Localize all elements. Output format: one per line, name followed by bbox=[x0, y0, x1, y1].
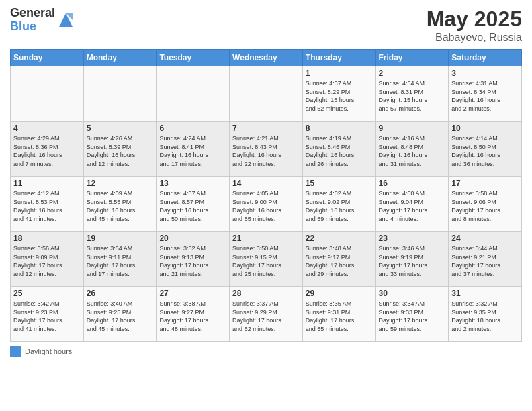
day-info: Sunrise: 4:21 AM Sunset: 8:43 PM Dayligh… bbox=[232, 134, 300, 168]
day-info: Sunrise: 4:05 AM Sunset: 9:00 PM Dayligh… bbox=[232, 189, 300, 223]
calendar-header-row: SundayMondayTuesdayWednesdayThursdayFrid… bbox=[11, 50, 522, 66]
week-row-4: 18Sunrise: 3:56 AM Sunset: 9:09 PM Dayli… bbox=[11, 232, 522, 287]
day-cell-1: 1Sunrise: 4:37 AM Sunset: 8:29 PM Daylig… bbox=[302, 66, 375, 122]
header: General Blue May 2025 Babayevo, Russia bbox=[10, 7, 522, 44]
day-info: Sunrise: 4:16 AM Sunset: 8:48 PM Dayligh… bbox=[379, 134, 446, 168]
legend-label: Daylight hours bbox=[25, 347, 72, 355]
day-number: 31 bbox=[451, 289, 519, 298]
day-info: Sunrise: 3:35 AM Sunset: 9:31 PM Dayligh… bbox=[306, 300, 373, 333]
day-number: 22 bbox=[306, 234, 373, 243]
day-cell-empty bbox=[83, 66, 157, 122]
logo-icon bbox=[56, 11, 75, 30]
day-number: 10 bbox=[451, 124, 519, 133]
day-cell-13: 13Sunrise: 4:07 AM Sunset: 8:57 PM Dayli… bbox=[157, 177, 230, 232]
day-info: Sunrise: 3:42 AM Sunset: 9:23 PM Dayligh… bbox=[13, 300, 81, 333]
day-info: Sunrise: 4:14 AM Sunset: 8:50 PM Dayligh… bbox=[451, 134, 519, 168]
page: General Blue May 2025 Babayevo, Russia S… bbox=[0, 0, 532, 411]
day-cell-11: 11Sunrise: 4:12 AM Sunset: 8:53 PM Dayli… bbox=[11, 177, 84, 232]
day-cell-21: 21Sunrise: 3:50 AM Sunset: 9:15 PM Dayli… bbox=[230, 232, 303, 287]
day-cell-29: 29Sunrise: 3:35 AM Sunset: 9:31 PM Dayli… bbox=[302, 287, 375, 342]
day-info: Sunrise: 3:54 AM Sunset: 9:11 PM Dayligh… bbox=[87, 244, 154, 278]
day-info: Sunrise: 4:34 AM Sunset: 8:31 PM Dayligh… bbox=[379, 79, 446, 113]
day-cell-20: 20Sunrise: 3:52 AM Sunset: 9:13 PM Dayli… bbox=[157, 232, 230, 287]
day-info: Sunrise: 3:37 AM Sunset: 9:29 PM Dayligh… bbox=[232, 300, 300, 333]
day-number: 13 bbox=[159, 179, 226, 188]
day-number: 27 bbox=[159, 289, 226, 298]
day-cell-19: 19Sunrise: 3:54 AM Sunset: 9:11 PM Dayli… bbox=[83, 232, 157, 287]
day-cell-23: 23Sunrise: 3:46 AM Sunset: 9:19 PM Dayli… bbox=[375, 232, 449, 287]
day-cell-22: 22Sunrise: 3:48 AM Sunset: 9:17 PM Dayli… bbox=[302, 232, 375, 287]
day-number: 2 bbox=[379, 68, 446, 78]
day-number: 26 bbox=[87, 289, 154, 298]
day-header-sunday: Sunday bbox=[11, 50, 84, 66]
day-number: 7 bbox=[232, 124, 300, 133]
day-cell-24: 24Sunrise: 3:44 AM Sunset: 9:21 PM Dayli… bbox=[449, 232, 522, 287]
day-cell-18: 18Sunrise: 3:56 AM Sunset: 9:09 PM Dayli… bbox=[11, 232, 84, 287]
legend-color-box bbox=[10, 346, 21, 357]
day-cell-10: 10Sunrise: 4:14 AM Sunset: 8:50 PM Dayli… bbox=[449, 122, 522, 177]
day-cell-empty bbox=[157, 66, 230, 122]
day-info: Sunrise: 4:24 AM Sunset: 8:41 PM Dayligh… bbox=[159, 134, 226, 168]
day-info: Sunrise: 4:07 AM Sunset: 8:57 PM Dayligh… bbox=[159, 189, 226, 223]
day-info: Sunrise: 3:40 AM Sunset: 9:25 PM Dayligh… bbox=[87, 300, 154, 333]
day-info: Sunrise: 4:19 AM Sunset: 8:46 PM Dayligh… bbox=[306, 134, 373, 168]
day-info: Sunrise: 3:46 AM Sunset: 9:19 PM Dayligh… bbox=[379, 244, 446, 278]
day-info: Sunrise: 3:38 AM Sunset: 9:27 PM Dayligh… bbox=[159, 300, 226, 333]
day-header-monday: Monday bbox=[83, 50, 157, 66]
day-number: 4 bbox=[13, 124, 81, 133]
week-row-2: 4Sunrise: 4:29 AM Sunset: 8:36 PM Daylig… bbox=[11, 122, 522, 177]
day-cell-7: 7Sunrise: 4:21 AM Sunset: 8:43 PM Daylig… bbox=[230, 122, 303, 177]
day-header-friday: Friday bbox=[375, 50, 449, 66]
day-info: Sunrise: 4:31 AM Sunset: 8:34 PM Dayligh… bbox=[451, 79, 519, 113]
day-cell-28: 28Sunrise: 3:37 AM Sunset: 9:29 PM Dayli… bbox=[230, 287, 303, 342]
week-row-1: 1Sunrise: 4:37 AM Sunset: 8:29 PM Daylig… bbox=[11, 66, 522, 122]
day-number: 16 bbox=[379, 179, 446, 188]
day-cell-8: 8Sunrise: 4:19 AM Sunset: 8:46 PM Daylig… bbox=[302, 122, 375, 177]
day-info: Sunrise: 3:56 AM Sunset: 9:09 PM Dayligh… bbox=[13, 244, 81, 278]
day-cell-26: 26Sunrise: 3:40 AM Sunset: 9:25 PM Dayli… bbox=[83, 287, 157, 342]
day-cell-30: 30Sunrise: 3:34 AM Sunset: 9:33 PM Dayli… bbox=[375, 287, 449, 342]
day-cell-27: 27Sunrise: 3:38 AM Sunset: 9:27 PM Dayli… bbox=[157, 287, 230, 342]
day-number: 24 bbox=[451, 234, 519, 243]
day-number: 28 bbox=[232, 289, 300, 298]
logo: General Blue bbox=[10, 7, 75, 34]
day-number: 9 bbox=[379, 124, 446, 133]
day-header-saturday: Saturday bbox=[449, 50, 522, 66]
day-info: Sunrise: 4:29 AM Sunset: 8:36 PM Dayligh… bbox=[13, 134, 81, 168]
day-cell-empty bbox=[11, 66, 84, 122]
day-cell-31: 31Sunrise: 3:32 AM Sunset: 9:35 PM Dayli… bbox=[449, 287, 522, 342]
day-info: Sunrise: 4:26 AM Sunset: 8:39 PM Dayligh… bbox=[87, 134, 154, 168]
day-number: 6 bbox=[159, 124, 226, 133]
day-number: 20 bbox=[159, 234, 226, 243]
day-number: 15 bbox=[306, 179, 373, 188]
day-number: 12 bbox=[87, 179, 154, 188]
day-header-wednesday: Wednesday bbox=[230, 50, 303, 66]
day-cell-25: 25Sunrise: 3:42 AM Sunset: 9:23 PM Dayli… bbox=[11, 287, 84, 342]
day-number: 11 bbox=[13, 179, 81, 188]
subtitle: Babayevo, Russia bbox=[427, 32, 522, 44]
day-cell-12: 12Sunrise: 4:09 AM Sunset: 8:55 PM Dayli… bbox=[83, 177, 157, 232]
week-row-3: 11Sunrise: 4:12 AM Sunset: 8:53 PM Dayli… bbox=[11, 177, 522, 232]
day-cell-4: 4Sunrise: 4:29 AM Sunset: 8:36 PM Daylig… bbox=[11, 122, 84, 177]
day-info: Sunrise: 3:34 AM Sunset: 9:33 PM Dayligh… bbox=[379, 300, 446, 333]
day-number: 29 bbox=[306, 289, 373, 298]
day-cell-17: 17Sunrise: 3:58 AM Sunset: 9:06 PM Dayli… bbox=[449, 177, 522, 232]
day-number: 5 bbox=[87, 124, 154, 133]
title-block: May 2025 Babayevo, Russia bbox=[427, 7, 522, 44]
day-cell-16: 16Sunrise: 4:00 AM Sunset: 9:04 PM Dayli… bbox=[375, 177, 449, 232]
day-info: Sunrise: 4:09 AM Sunset: 8:55 PM Dayligh… bbox=[87, 189, 154, 223]
logo-blue: Blue bbox=[10, 20, 55, 34]
day-info: Sunrise: 3:58 AM Sunset: 9:06 PM Dayligh… bbox=[451, 189, 519, 223]
day-number: 8 bbox=[306, 124, 373, 133]
day-info: Sunrise: 3:44 AM Sunset: 9:21 PM Dayligh… bbox=[451, 244, 519, 278]
main-title: May 2025 bbox=[427, 7, 522, 32]
day-number: 21 bbox=[232, 234, 300, 243]
day-number: 3 bbox=[451, 68, 519, 78]
day-info: Sunrise: 3:52 AM Sunset: 9:13 PM Dayligh… bbox=[159, 244, 226, 278]
day-number: 25 bbox=[13, 289, 81, 298]
week-row-5: 25Sunrise: 3:42 AM Sunset: 9:23 PM Dayli… bbox=[11, 287, 522, 342]
day-info: Sunrise: 4:37 AM Sunset: 8:29 PM Dayligh… bbox=[306, 79, 373, 113]
day-info: Sunrise: 4:12 AM Sunset: 8:53 PM Dayligh… bbox=[13, 189, 81, 223]
day-info: Sunrise: 3:32 AM Sunset: 9:35 PM Dayligh… bbox=[451, 300, 519, 333]
day-number: 17 bbox=[451, 179, 519, 188]
